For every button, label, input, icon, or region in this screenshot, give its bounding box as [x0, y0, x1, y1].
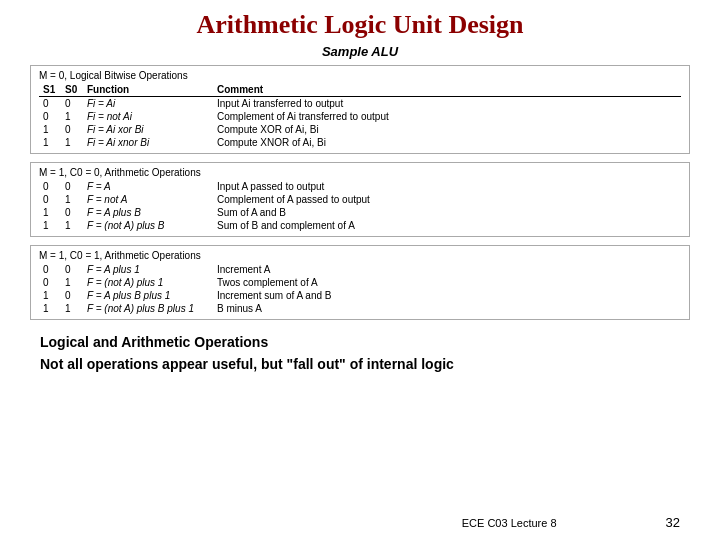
table-row: 1 0 F = A plus B plus 1 Increment sum of… — [39, 289, 681, 302]
fn-val: Fi = Ai xnor Bi — [83, 136, 213, 149]
comment-val: Input A passed to output — [213, 180, 681, 193]
table-row: 1 1 Fi = Ai xnor Bi Compute XNOR of Ai, … — [39, 136, 681, 149]
s1-val: 0 — [39, 263, 61, 276]
s0-val: 0 — [61, 123, 83, 136]
s1-val: 0 — [39, 180, 61, 193]
table-row: 0 1 Fi = not Ai Complement of Ai transfe… — [39, 110, 681, 123]
s1-val: 0 — [39, 276, 61, 289]
s0-val: 0 — [61, 263, 83, 276]
s1-val: 1 — [39, 289, 61, 302]
footer-page: 32 — [666, 515, 680, 530]
comment-val: Increment sum of A and B — [213, 289, 681, 302]
table-row: 0 0 F = A plus 1 Increment A — [39, 263, 681, 276]
col-header-s1: S1 — [39, 83, 61, 97]
s0-val: 0 — [61, 289, 83, 302]
subtitle: Sample ALU — [30, 44, 690, 59]
comment-val: Input Ai transferred to output — [213, 97, 681, 111]
s0-val: 1 — [61, 302, 83, 315]
col-header-s0: S0 — [61, 83, 83, 97]
s1-val: 1 — [39, 206, 61, 219]
s0-val: 1 — [61, 136, 83, 149]
table-row: 0 0 Fi = Ai Input Ai transferred to outp… — [39, 97, 681, 111]
fn-val: F = (not A) plus B plus 1 — [83, 302, 213, 315]
not-all-label: Not all operations appear useful, but "f… — [40, 356, 680, 372]
fn-val: F = not A — [83, 193, 213, 206]
fn-val: Fi = Ai — [83, 97, 213, 111]
fn-val: F = A plus B plus 1 — [83, 289, 213, 302]
footer-center: ECE C03 Lecture 8 — [353, 517, 666, 529]
table-row: 1 1 F = (not A) plus B plus 1 B minus A — [39, 302, 681, 315]
footer: ECE C03 Lecture 8 32 — [30, 515, 690, 530]
table-row: 1 0 F = A plus B Sum of A and B — [39, 206, 681, 219]
fn-val: F = (not A) plus 1 — [83, 276, 213, 289]
comment-val: Complement of A passed to output — [213, 193, 681, 206]
s0-val: 1 — [61, 219, 83, 232]
comment-val: Twos complement of A — [213, 276, 681, 289]
logical-ops-label: Logical and Arithmetic Operations — [40, 334, 680, 350]
col-header-cm: Comment — [213, 83, 681, 97]
section1-header: M = 0, Logical Bitwise Operations — [39, 70, 681, 81]
s0-val: 1 — [61, 110, 83, 123]
section3-header: M = 1, C0 = 1, Arithmetic Operations — [39, 250, 681, 261]
section2-header: M = 1, C0 = 0, Arithmetic Operations — [39, 167, 681, 178]
fn-val: Fi = not Ai — [83, 110, 213, 123]
comment-val: Compute XOR of Ai, Bi — [213, 123, 681, 136]
fn-val: F = A plus B — [83, 206, 213, 219]
section1-table: S1 S0 Function Comment 0 0 Fi = Ai Input… — [39, 83, 681, 149]
s1-val: 1 — [39, 123, 61, 136]
section1-container: M = 0, Logical Bitwise Operations S1 S0 … — [30, 65, 690, 154]
s1-val: 1 — [39, 219, 61, 232]
s0-val: 0 — [61, 180, 83, 193]
section2-container: M = 1, C0 = 0, Arithmetic Operations 0 0… — [30, 162, 690, 237]
section2-table: 0 0 F = A Input A passed to output 0 1 F… — [39, 180, 681, 232]
table-row: 1 0 Fi = Ai xor Bi Compute XOR of Ai, Bi — [39, 123, 681, 136]
comment-val: Increment A — [213, 263, 681, 276]
s1-val: 0 — [39, 97, 61, 111]
table-row: 0 1 F = (not A) plus 1 Twos complement o… — [39, 276, 681, 289]
table-row: 0 1 F = not A Complement of A passed to … — [39, 193, 681, 206]
section3-table: 0 0 F = A plus 1 Increment A 0 1 F = (no… — [39, 263, 681, 315]
comment-val: Sum of A and B — [213, 206, 681, 219]
section3-container: M = 1, C0 = 1, Arithmetic Operations 0 0… — [30, 245, 690, 320]
page: Arithmetic Logic Unit Design Sample ALU … — [0, 0, 720, 540]
fn-val: F = (not A) plus B — [83, 219, 213, 232]
comment-val: B minus A — [213, 302, 681, 315]
table-row: 1 1 F = (not A) plus B Sum of B and comp… — [39, 219, 681, 232]
s0-val: 0 — [61, 97, 83, 111]
table-row: 0 0 F = A Input A passed to output — [39, 180, 681, 193]
bottom-text: Logical and Arithmetic Operations Not al… — [30, 334, 690, 382]
comment-val: Sum of B and complement of A — [213, 219, 681, 232]
main-title: Arithmetic Logic Unit Design — [30, 10, 690, 40]
col-header-fn: Function — [83, 83, 213, 97]
s1-val: 1 — [39, 136, 61, 149]
comment-val: Compute XNOR of Ai, Bi — [213, 136, 681, 149]
fn-val: F = A plus 1 — [83, 263, 213, 276]
s1-val: 1 — [39, 302, 61, 315]
s1-val: 0 — [39, 193, 61, 206]
s0-val: 0 — [61, 206, 83, 219]
s0-val: 1 — [61, 276, 83, 289]
s0-val: 1 — [61, 193, 83, 206]
fn-val: F = A — [83, 180, 213, 193]
comment-val: Complement of Ai transferred to output — [213, 110, 681, 123]
fn-val: Fi = Ai xor Bi — [83, 123, 213, 136]
s1-val: 0 — [39, 110, 61, 123]
